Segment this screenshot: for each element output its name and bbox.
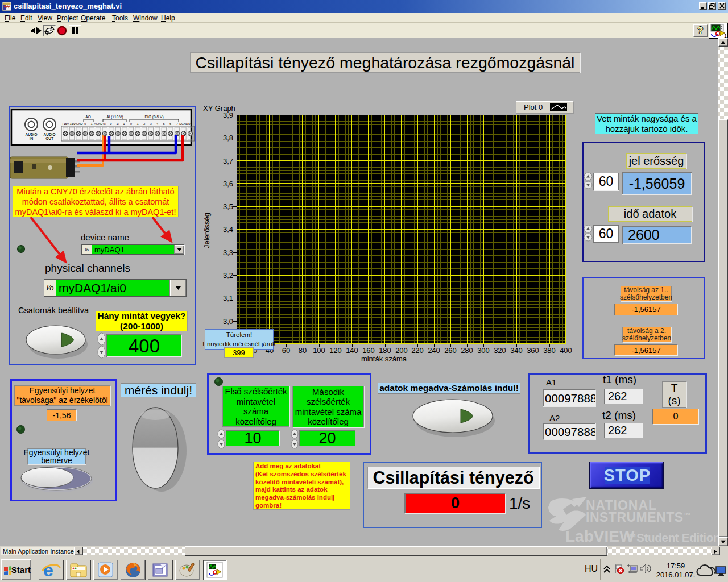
svg-text:0-: 0- — [110, 122, 113, 126]
svg-text:5V: 5V — [188, 122, 192, 126]
svg-text:0: 0 — [130, 122, 132, 126]
svg-text:AGND: AGND — [75, 122, 83, 126]
svg-text:3: 3 — [150, 122, 152, 126]
svg-text:AO: AO — [85, 115, 90, 119]
svg-text:IN: IN — [30, 136, 34, 140]
svg-text:4: 4 — [156, 122, 158, 126]
svg-text:LabVIEW: LabVIEW — [565, 527, 635, 545]
svg-text:AI (±10 V): AI (±10 V) — [106, 115, 123, 119]
svg-text:DGND: DGND — [179, 122, 188, 126]
svg-text:5: 5 — [163, 122, 165, 126]
svg-text:6: 6 — [169, 122, 171, 126]
svg-text:1: 1 — [91, 122, 93, 126]
svg-text:2: 2 — [143, 122, 145, 126]
svg-text:0: 0 — [84, 122, 86, 126]
svg-text:AGND: AGND — [94, 122, 102, 126]
svg-text:+15V: +15V — [62, 122, 69, 126]
svg-text:1-: 1- — [123, 122, 126, 126]
svg-text:™Student Edition: ™Student Edition — [625, 531, 720, 544]
svg-text:e: e — [43, 560, 53, 580]
svg-text:AUDIO: AUDIO — [26, 132, 38, 136]
svg-text:OUT: OUT — [46, 136, 53, 140]
svg-text:DIO (0-5 V): DIO (0-5 V) — [144, 115, 163, 119]
svg-text:1: 1 — [724, 33, 727, 38]
svg-text:INSTRUMENTS™: INSTRUMENTS™ — [586, 510, 691, 525]
svg-text:AUDIO: AUDIO — [44, 132, 56, 136]
svg-text:1+: 1+ — [116, 122, 119, 126]
svg-text:1: 1 — [137, 122, 139, 126]
svg-text:7: 7 — [176, 122, 178, 126]
svg-text:0+: 0+ — [103, 122, 106, 126]
